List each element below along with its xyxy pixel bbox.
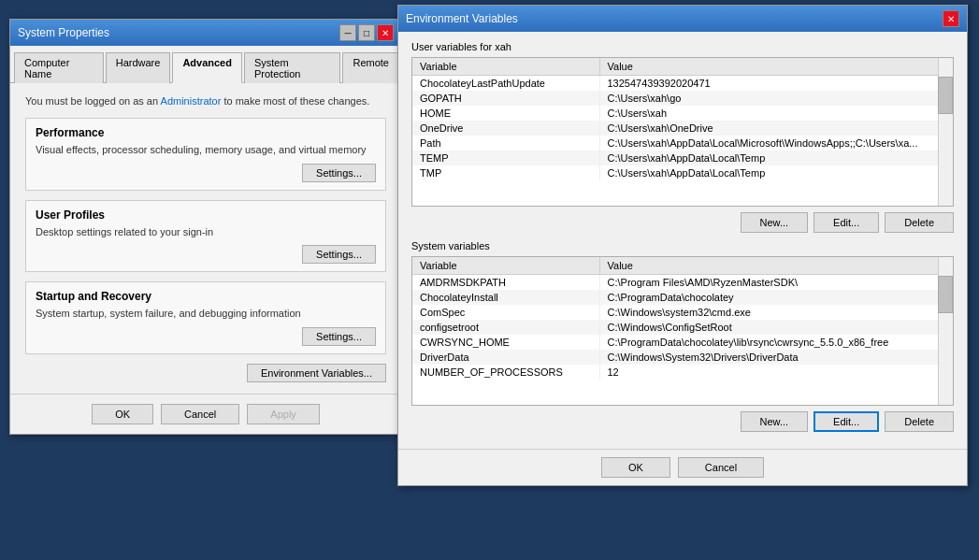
sys-var-header: Variable [412, 257, 599, 275]
table-row[interactable]: TEMPC:\Users\xah\AppData\Local\Temp [412, 151, 953, 165]
user-val-header: Value [599, 58, 953, 76]
env-close-button[interactable]: ✕ [943, 10, 959, 27]
env-ok-button[interactable]: OK [601, 457, 670, 478]
system-new-button[interactable]: New... [741, 411, 809, 432]
user-edit-button[interactable]: Edit... [813, 212, 879, 233]
env-vars-btn-row: Environment Variables... [25, 364, 386, 382]
sys-props-content: You must be logged on as an Administrato… [10, 83, 401, 394]
table-row[interactable]: TMPC:\Users\xah\AppData\Local\Temp [412, 165, 953, 180]
system-vars-scrollbar[interactable] [938, 257, 953, 405]
user-profiles-section: User Profiles Desktop settings related t… [25, 200, 386, 272]
table-row[interactable]: configsetrootC:\Windows\ConfigSetRoot [412, 320, 953, 335]
system-vars-scrollbar-thumb[interactable] [938, 276, 953, 313]
system-edit-button[interactable]: Edit... [813, 411, 879, 432]
sys-props-title: System Properties [18, 26, 109, 39]
user-delete-button[interactable]: Delete [885, 212, 954, 233]
sys-var-value-cell: C:\ProgramData\chocolatey\lib\rsync\cwrs… [599, 335, 953, 350]
tab-hardware[interactable]: Hardware [106, 52, 171, 83]
sys-var-name-cell: DriverData [412, 350, 599, 365]
sys-props-controls: ─ □ ✕ [339, 24, 394, 41]
startup-recovery-section: Startup and Recovery System startup, sys… [25, 281, 386, 353]
table-row[interactable]: AMDRMSDKPATHC:\Program Files\AMD\RyzenMa… [412, 275, 953, 291]
table-row[interactable]: NUMBER_OF_PROCESSORS12 [412, 365, 953, 380]
tab-computer-name[interactable]: Computer Name [14, 52, 104, 83]
sys-var-name-cell: ChocolateyInstall [412, 290, 599, 305]
user-profiles-desc: Desktop settings related to your sign-in [36, 225, 376, 239]
sys-props-footer: OK Cancel Apply [10, 394, 401, 434]
performance-settings-button[interactable]: Settings... [302, 164, 376, 182]
apply-button[interactable]: Apply [247, 404, 320, 424]
tab-advanced[interactable]: Advanced [172, 52, 242, 83]
tabs-bar: Computer Name Hardware Advanced System P… [10, 46, 401, 83]
system-vars-buttons: New... Edit... Delete [411, 411, 954, 432]
env-titlebar: Environment Variables ✕ [398, 6, 967, 32]
var-name-cell: HOME [412, 106, 599, 121]
env-title: Environment Variables [406, 12, 518, 25]
table-row[interactable]: HOMEC:\Users\xah [412, 106, 953, 121]
sys-var-name-cell: AMDRMSDKPATH [412, 275, 599, 291]
sys-var-name-cell: CWRSYNC_HOME [412, 335, 599, 350]
var-name-cell: TMP [412, 165, 599, 180]
user-var-header: Variable [412, 58, 599, 76]
env-footer: OK Cancel [398, 449, 967, 485]
close-button[interactable]: ✕ [377, 24, 394, 41]
maximize-button[interactable]: □ [358, 24, 375, 41]
sys-var-value-cell: C:\ProgramData\chocolatey [599, 290, 953, 305]
performance-title: Performance [36, 126, 376, 139]
table-row[interactable]: ChocolateyInstallC:\ProgramData\chocolat… [412, 290, 953, 305]
sys-var-value-cell: C:\Windows\system32\cmd.exe [599, 305, 953, 320]
user-section-label: User variables for xah [411, 41, 954, 52]
var-name-cell: OneDrive [412, 121, 599, 136]
var-name-cell: GOPATH [412, 91, 599, 106]
user-vars-table: Variable Value ChocolateyLastPathUpdate1… [412, 58, 953, 180]
minimize-button[interactable]: ─ [339, 24, 356, 41]
startup-recovery-settings-button[interactable]: Settings... [302, 327, 376, 346]
environment-variables-button[interactable]: Environment Variables... [247, 364, 386, 382]
admin-link[interactable]: Administrator [161, 95, 222, 107]
var-value-cell: 132547439392020471 [599, 76, 953, 92]
system-delete-button[interactable]: Delete [885, 411, 954, 432]
performance-section: Performance Visual effects, processor sc… [25, 118, 386, 190]
var-name-cell: Path [412, 136, 599, 151]
tab-remote[interactable]: Remote [342, 52, 399, 83]
env-cancel-button[interactable]: Cancel [678, 457, 764, 478]
user-new-button[interactable]: New... [741, 212, 809, 233]
user-vars-buttons: New... Edit... Delete [411, 212, 954, 233]
ok-button[interactable]: OK [92, 404, 153, 424]
table-row[interactable]: ComSpecC:\Windows\system32\cmd.exe [412, 305, 953, 320]
system-section-label: System variables [411, 240, 954, 251]
user-vars-scrollbar-thumb[interactable] [938, 77, 953, 114]
sys-val-header: Value [599, 257, 953, 275]
var-value-cell: C:\Users\xah\OneDrive [599, 121, 953, 136]
var-value-cell: C:\Users\xah\go [599, 91, 953, 106]
startup-recovery-desc: System startup, system failure, and debu… [36, 307, 376, 321]
user-vars-table-container: Variable Value ChocolateyLastPathUpdate1… [411, 57, 954, 207]
user-profiles-settings-button[interactable]: Settings... [302, 245, 376, 264]
var-name-cell: TEMP [412, 151, 599, 165]
var-value-cell: C:\Users\xah [599, 106, 953, 121]
admin-notice: You must be logged on as an Administrato… [25, 94, 386, 108]
sys-var-name-cell: ComSpec [412, 305, 599, 320]
env-content: User variables for xah Variable Value Ch… [398, 32, 967, 449]
table-row[interactable]: CWRSYNC_HOMEC:\ProgramData\chocolatey\li… [412, 335, 953, 350]
table-row[interactable]: ChocolateyLastPathUpdate1325474393920204… [412, 76, 953, 92]
cancel-button[interactable]: Cancel [161, 404, 239, 424]
table-row[interactable]: PathC:\Users\xah\AppData\Local\Microsoft… [412, 136, 953, 151]
env-controls: ✕ [943, 10, 959, 27]
user-vars-scrollbar[interactable] [938, 58, 953, 206]
system-vars-table: Variable Value AMDRMSDKPATHC:\Program Fi… [412, 257, 953, 380]
startup-recovery-title: Startup and Recovery [36, 290, 376, 303]
table-row[interactable]: DriverDataC:\Windows\System32\Drivers\Dr… [412, 350, 953, 365]
var-name-cell: ChocolateyLastPathUpdate [412, 76, 599, 92]
var-value-cell: C:\Users\xah\AppData\Local\Microsoft\Win… [599, 136, 953, 151]
tab-system-protection[interactable]: System Protection [244, 52, 341, 83]
performance-desc: Visual effects, processor scheduling, me… [36, 143, 376, 157]
sys-var-name-cell: configsetroot [412, 320, 599, 335]
sys-var-value-cell: C:\Program Files\AMD\RyzenMasterSDK\ [599, 275, 953, 291]
var-value-cell: C:\Users\xah\AppData\Local\Temp [599, 165, 953, 180]
environment-variables-window: Environment Variables ✕ User variables f… [397, 5, 968, 486]
user-profiles-title: User Profiles [36, 208, 376, 222]
table-row[interactable]: OneDriveC:\Users\xah\OneDrive [412, 121, 953, 136]
table-row[interactable]: GOPATHC:\Users\xah\go [412, 91, 953, 106]
sys-var-value-cell: C:\Windows\ConfigSetRoot [599, 320, 953, 335]
